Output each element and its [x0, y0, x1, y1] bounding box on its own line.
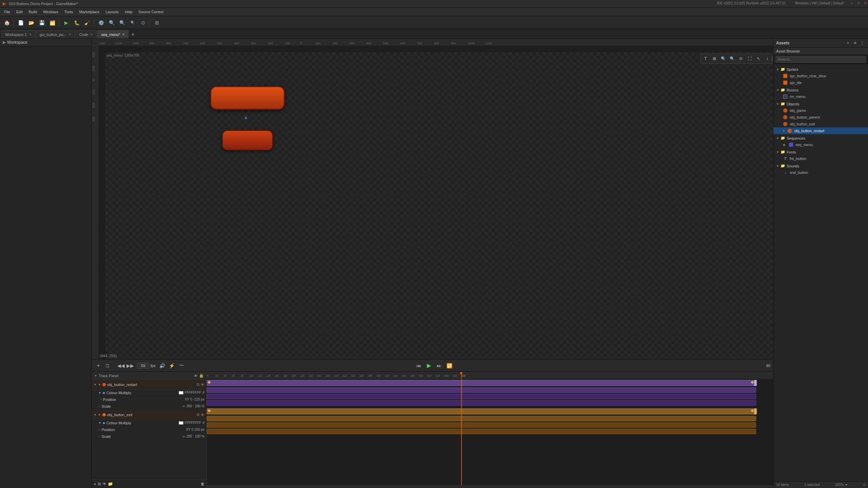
track-panel-eye-icon[interactable]: 👁: [194, 374, 198, 378]
save-all-button[interactable]: 🗂️: [47, 18, 57, 27]
text-tool-button[interactable]: T: [702, 55, 710, 63]
track-row-exit[interactable]: ▼ ▼ obj_button_exit ⧉ 👁: [92, 410, 206, 420]
asset-item-rm-menu[interactable]: rm_menu: [773, 93, 868, 100]
asset-group-sounds-header[interactable]: ▼ 📁 Sounds: [773, 163, 868, 169]
timeline-tracks[interactable]: 0 2f 4f 6f 8f 10f 12f 14f 16f 18f 20f 22…: [207, 372, 773, 488]
track-options-button[interactable]: 🗋: [103, 362, 112, 370]
prev-frame-button[interactable]: ◀◀: [117, 362, 125, 370]
asset-group-rooms-header[interactable]: ▼ 📁 Rooms: [773, 87, 868, 93]
track-view-button[interactable]: ⊞: [98, 482, 101, 486]
tab-gui-button-close[interactable]: ✕: [68, 33, 71, 36]
menu-build[interactable]: Build: [26, 9, 40, 15]
asset-item-spr-tile[interactable]: spr_tile: [773, 79, 868, 86]
asset-item-snd-button[interactable]: ♫ snd_button: [773, 169, 868, 176]
timeline-content-area[interactable]: ▶ ▶: [207, 379, 773, 485]
menu-file[interactable]: File: [1, 9, 13, 15]
clean-button[interactable]: 🧹: [82, 18, 92, 27]
close-button[interactable]: ✕: [863, 1, 868, 6]
debug-button[interactable]: 🐛: [72, 18, 81, 27]
maximize-button[interactable]: □: [856, 1, 861, 6]
tab-code[interactable]: Code ✕: [76, 30, 97, 38]
menu-layouts[interactable]: Layouts: [103, 9, 121, 15]
canvas-content[interactable]: seq_menu: 1366x768 + T ⊞ 🔍 🔍 ⊙ ⛶: [105, 52, 773, 359]
asset-group-fonts-header[interactable]: ▼ 📁 Fonts: [773, 149, 868, 155]
canvas-area[interactable]: 1200 1100 1000 900 800 700 600 500 400 3…: [92, 39, 773, 359]
track-restart-end-handle[interactable]: [754, 380, 757, 386]
asset-item-obj-game[interactable]: obj_game: [773, 107, 868, 114]
search-button[interactable]: 🔍: [107, 18, 116, 27]
save-button[interactable]: 💾: [37, 18, 46, 27]
fullscreen-canvas-button[interactable]: ⛶: [746, 55, 754, 63]
menu-edit[interactable]: Edit: [14, 9, 25, 15]
new-button[interactable]: 📄: [16, 18, 25, 27]
color-tool-button[interactable]: [772, 56, 773, 61]
add-tab-button[interactable]: +: [129, 31, 137, 38]
menu-windows[interactable]: Windows: [40, 9, 61, 15]
assets-menu-button[interactable]: ⋮: [859, 40, 865, 46]
asset-item-obj-button-exit[interactable]: obj_button_exit: [773, 121, 868, 127]
asset-item-obj-button-parent[interactable]: obj_button_parent: [773, 114, 868, 121]
tab-gui-button[interactable]: gui_button_pa... ✕: [36, 30, 75, 38]
asset-item-fnt-button[interactable]: T fnt_button: [773, 155, 868, 162]
track-exit-end-handle[interactable]: [754, 408, 757, 414]
minimize-button[interactable]: ─: [849, 1, 854, 6]
loop-sound-button[interactable]: 🔊: [158, 362, 166, 370]
flash-button[interactable]: ⚡: [168, 362, 176, 370]
timeline-hscroll[interactable]: [207, 485, 773, 488]
assets-add-button[interactable]: +: [845, 40, 851, 46]
select-tool-button[interactable]: ↖: [754, 55, 763, 63]
zoom-in-canvas-button[interactable]: 🔍: [728, 55, 736, 63]
next-frame-button[interactable]: ▶▶: [126, 362, 134, 370]
menu-source-control[interactable]: Source Control: [136, 9, 166, 15]
tab-workspace1[interactable]: Workspace 1 ✕: [1, 30, 35, 38]
loop-button[interactable]: 🔁: [445, 362, 453, 370]
asset-group-sequences-header[interactable]: ▼ 📁 Sequences: [773, 135, 868, 141]
run-button[interactable]: ▶: [61, 18, 71, 27]
skip-end-button[interactable]: ⏭: [435, 362, 443, 370]
fps-input[interactable]: 59: [137, 363, 149, 369]
add-track-button[interactable]: +: [94, 362, 102, 370]
grid-tool-button[interactable]: ⊞: [710, 55, 718, 63]
menu-help[interactable]: Help: [122, 9, 135, 15]
restart-track-copy-icon[interactable]: ⧉: [197, 382, 199, 387]
track-folder-button[interactable]: 📁: [108, 482, 113, 486]
play-button[interactable]: ▶: [425, 362, 433, 370]
zoom-out-canvas-button[interactable]: 🔍: [719, 55, 727, 63]
sounds-folder-icon: 📁: [781, 164, 785, 168]
asset-group-fonts: ▼ 📁 Fonts T fnt_button: [773, 149, 868, 162]
exit-track-copy-icon[interactable]: ⧉: [197, 412, 199, 417]
move-tool-button[interactable]: ↕: [763, 55, 771, 63]
track-row-restart[interactable]: ▼ ▼ obj_button_restart ⧉ 👁: [92, 380, 206, 389]
asset-menu-icon[interactable]: ≡: [863, 483, 865, 487]
tab-seq-menu[interactable]: seq_menu* ✕: [97, 30, 129, 38]
track-eye-button[interactable]: 👁: [102, 482, 106, 486]
asset-group-sprites-header[interactable]: ▼ 📁 Sprites: [773, 66, 868, 73]
layout-button[interactable]: ⊞: [152, 18, 162, 27]
track-delete-button[interactable]: 🗑: [201, 482, 204, 486]
open-button[interactable]: 📂: [26, 18, 36, 27]
zoom-in-button[interactable]: 🔍: [117, 18, 127, 27]
menu-tools[interactable]: Tools: [62, 9, 76, 15]
restart-track-eye-icon[interactable]: 👁: [201, 383, 204, 387]
home-button[interactable]: 🏠: [2, 18, 12, 27]
menu-marketplace[interactable]: Marketplace: [76, 9, 102, 15]
canvas-crosshair: +: [244, 115, 248, 122]
zoom-out-button[interactable]: 🔍: [128, 18, 137, 27]
tab-workspace1-close[interactable]: ✕: [29, 33, 32, 36]
assets-close-button[interactable]: ✕: [852, 40, 858, 46]
skip-start-button[interactable]: ⏮: [415, 362, 423, 370]
curve-button[interactable]: 〜: [177, 362, 185, 370]
tab-code-close[interactable]: ✕: [90, 33, 93, 36]
asset-item-spr-button-nine-slice[interactable]: spr_button_nine_slice: [773, 73, 868, 79]
settings-button[interactable]: ⚙️: [96, 18, 106, 27]
zoom-reset-button[interactable]: ⊙: [138, 18, 148, 27]
exit-track-eye-icon[interactable]: 👁: [201, 413, 204, 417]
asset-group-objects-header[interactable]: ▼ 📁 Objects: [773, 101, 868, 107]
tab-seq-menu-close[interactable]: ✕: [122, 33, 125, 36]
zoom-fit-canvas-button[interactable]: ⊙: [737, 55, 745, 63]
asset-search-input[interactable]: [775, 56, 866, 63]
asset-item-obj-button-restart[interactable]: ● obj_button_restart: [773, 127, 868, 134]
track-panel-lock-icon[interactable]: 🔒: [199, 373, 204, 378]
add-track-footer-button[interactable]: +: [94, 481, 96, 487]
asset-item-seq-menu[interactable]: ◆ seq_menu: [773, 141, 868, 148]
